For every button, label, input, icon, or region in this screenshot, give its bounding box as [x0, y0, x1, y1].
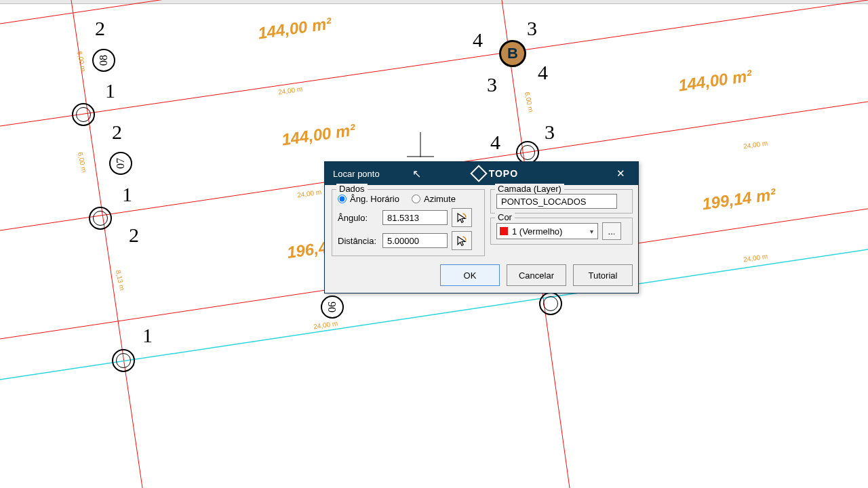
point-label: 4	[490, 131, 500, 154]
radio-azimute-label: Azimute	[424, 194, 456, 204]
point-label: 1	[122, 183, 132, 206]
close-button[interactable]: ✕	[611, 167, 630, 180]
distancia-input[interactable]	[382, 233, 448, 248]
tutorial-button[interactable]: Tutorial	[573, 264, 633, 286]
angulo-label: Ângulo:	[338, 213, 378, 223]
point-label: 1	[142, 324, 153, 347]
radio-ang-horario-label: Âng. Horário	[350, 194, 399, 204]
station-07-label: 07	[115, 158, 127, 169]
cor-more-label: ...	[608, 226, 616, 237]
station-06-marker: 06	[321, 296, 344, 319]
point-label: 2	[129, 224, 139, 247]
point-label: 4	[538, 61, 548, 84]
station-08-label: 08	[98, 55, 110, 66]
point-label: 2	[95, 17, 105, 40]
brand: TOPO	[473, 167, 518, 180]
ok-button[interactable]: OK	[440, 264, 500, 286]
pick-distancia-button[interactable]	[452, 231, 472, 250]
station-07-marker: 07	[109, 152, 132, 175]
radio-azimute-input[interactable]	[412, 195, 420, 203]
camada-group: Camada (Layer)	[490, 189, 633, 214]
radio-ang-horario[interactable]: Âng. Horário	[338, 194, 399, 204]
radio-azimute[interactable]: Azimute	[412, 194, 456, 204]
station-marker	[72, 103, 95, 126]
cursor-pick-icon	[456, 235, 468, 247]
dados-legend: Dados	[336, 184, 368, 194]
cor-more-button[interactable]: ...	[602, 222, 621, 240]
color-swatch-icon	[500, 227, 508, 235]
cor-group: Cor 1 (Vermelho) ▾ ...	[490, 218, 633, 245]
point-label: 3	[487, 73, 497, 96]
station-marker	[89, 207, 112, 230]
station-06-label: 06	[326, 302, 338, 312]
cor-select[interactable]: 1 (Vermelho) ▾	[496, 223, 598, 239]
cancel-button[interactable]: Cancelar	[507, 264, 566, 286]
station-b-marker: B	[499, 40, 526, 67]
point-label: 1	[105, 79, 115, 102]
radio-ang-horario-input[interactable]	[338, 195, 347, 203]
station-marker	[539, 292, 562, 315]
svg-line-2	[0, 0, 868, 126]
cursor-pick-icon	[456, 211, 468, 224]
station-08-marker: 08	[92, 49, 115, 72]
chevron-down-icon: ▾	[590, 228, 593, 235]
station-b-label: B	[507, 45, 518, 62]
dados-group: Dados Âng. Horário Azimute Ângulo:	[332, 189, 485, 256]
dialog-title: Locar ponto	[333, 169, 380, 179]
camada-legend: Camada (Layer)	[495, 184, 564, 194]
brand-logo-icon	[470, 165, 487, 182]
station-marker	[112, 349, 135, 372]
cor-legend: Cor	[495, 212, 515, 222]
cancel-label: Cancelar	[519, 270, 554, 281]
locar-ponto-dialog: Locar ponto TOPO ✕ Dados Âng. Horário Az…	[324, 161, 639, 293]
point-label: 3	[527, 17, 537, 40]
svg-line-3	[0, 0, 868, 24]
distancia-label: Distância:	[338, 236, 378, 246]
point-label: 4	[473, 28, 483, 52]
dialog-titlebar[interactable]: Locar ponto TOPO ✕	[325, 162, 638, 185]
brand-text: TOPO	[489, 168, 518, 179]
angulo-input[interactable]	[382, 210, 448, 225]
point-label: 2	[112, 121, 122, 144]
pick-angulo-button[interactable]	[452, 208, 472, 227]
cor-value: 1 (Vermelho)	[512, 226, 562, 237]
station-marker	[516, 141, 539, 164]
point-label: 3	[545, 121, 555, 144]
tutorial-label: Tutorial	[589, 270, 618, 281]
close-icon: ✕	[616, 167, 625, 179]
camada-input[interactable]	[496, 194, 617, 209]
ok-label: OK	[464, 270, 477, 281]
